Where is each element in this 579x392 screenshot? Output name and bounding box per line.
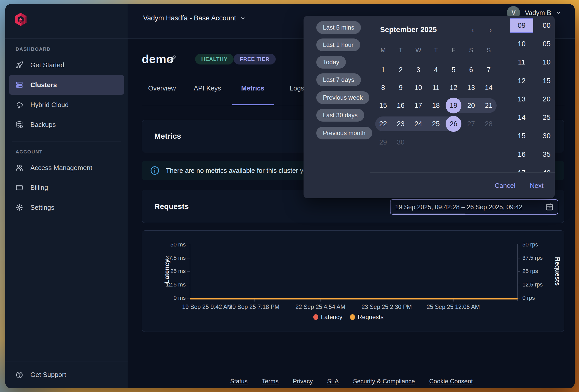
- footer-link-privacy[interactable]: Privacy: [293, 378, 313, 385]
- no-metrics-alert-text: There are no metrics available for this …: [166, 167, 309, 175]
- cancel-button[interactable]: Cancel: [490, 180, 520, 191]
- minute-option-10[interactable]: 10: [534, 56, 559, 69]
- quick-range-last-5-mins[interactable]: Last 5 mins: [316, 21, 361, 34]
- calendar-day[interactable]: 2: [394, 63, 408, 77]
- sidebar-item-billing[interactable]: Billing: [5, 178, 128, 198]
- calendar-day[interactable]: 16: [394, 98, 408, 113]
- sidebar-item-clusters[interactable]: Clusters: [9, 75, 124, 95]
- minute-option-05[interactable]: 05: [534, 37, 559, 50]
- footer-link-sla[interactable]: SLA: [327, 378, 339, 385]
- minute-option-30[interactable]: 30: [534, 129, 559, 142]
- calendar-day[interactable]: 7: [482, 63, 496, 77]
- left-axis-tick: [187, 298, 190, 298]
- sidebar-item-get-support[interactable]: Get Support: [5, 361, 128, 388]
- calendar-day[interactable]: 22: [376, 117, 390, 131]
- sidebar-item-backups[interactable]: Backups: [5, 115, 128, 135]
- requests-series-line: [190, 298, 518, 299]
- hour-option-10[interactable]: 10: [509, 37, 534, 50]
- hour-option-13[interactable]: 13: [509, 93, 534, 106]
- weekday-header: S: [482, 47, 496, 54]
- calendar-day[interactable]: 3: [411, 63, 425, 77]
- popup-divider: [370, 172, 555, 173]
- calendar-day[interactable]: 9: [394, 81, 408, 95]
- hour-option-17[interactable]: 17: [509, 166, 534, 172]
- calendar-day[interactable]: 13: [464, 81, 478, 95]
- quick-range-last-30-days[interactable]: Last 30 days: [316, 109, 364, 122]
- chart-legend: LatencyRequests: [295, 313, 402, 321]
- minute-option-00[interactable]: 00: [534, 19, 559, 32]
- calendar-day[interactable]: 18: [429, 98, 443, 113]
- calendar-day[interactable]: 5: [446, 63, 461, 77]
- tier-badge: FREE TIER: [234, 54, 276, 64]
- hour-option-15[interactable]: 15: [509, 129, 534, 142]
- weekday-header: T: [394, 47, 408, 54]
- x-axis-label: 25 Sep 25 12:06 AM: [427, 304, 480, 310]
- date-range-input[interactable]: 19 Sep 2025, 09:42:28 – 26 Sep 2025, 09:…: [390, 199, 558, 215]
- minute-option-25[interactable]: 25: [534, 111, 559, 124]
- quick-range-previous-week[interactable]: Previous week: [316, 91, 369, 104]
- left-axis-tick-label: 25 ms: [170, 268, 186, 275]
- calendar-day: 28: [482, 117, 496, 131]
- weekday-header: F: [446, 47, 461, 54]
- sidebar-item-hybrid-cloud[interactable]: Hybrid Cloud: [5, 95, 128, 115]
- calendar-day[interactable]: 14: [482, 81, 496, 95]
- calendar-day[interactable]: 8: [376, 81, 390, 95]
- footer-link-security-compliance[interactable]: Security & Compliance: [353, 378, 415, 385]
- hour-option-16[interactable]: 16: [509, 148, 534, 161]
- calendar-month-title: September 2025: [380, 25, 437, 34]
- calendar-day[interactable]: 17: [411, 98, 425, 113]
- quick-range-previous-month[interactable]: Previous month: [316, 127, 372, 139]
- info-icon: [150, 166, 160, 175]
- sidebar-item-get-started[interactable]: Get Started: [5, 55, 128, 75]
- right-axis-tick: [518, 298, 520, 298]
- range-end-day[interactable]: 26: [446, 116, 461, 132]
- calendar-day[interactable]: 20: [464, 98, 478, 113]
- calendar-day[interactable]: 23: [394, 117, 408, 131]
- calendar-day[interactable]: 12: [446, 81, 461, 95]
- quick-range-today[interactable]: Today: [316, 56, 346, 69]
- calendar-day[interactable]: 11: [429, 81, 443, 95]
- minute-option-40[interactable]: 40: [534, 166, 559, 172]
- calendar-day[interactable]: 21: [482, 98, 496, 113]
- quick-range-last-7-days[interactable]: Last 7 days: [316, 73, 361, 86]
- calendar-day[interactable]: 6: [464, 63, 478, 77]
- calendar-day[interactable]: 25: [429, 117, 443, 131]
- calendar-day[interactable]: 24: [411, 117, 425, 131]
- sidebar-section-label: ACCOUNT: [16, 149, 128, 155]
- legend-item-latency: Latency: [313, 313, 342, 321]
- footer-link-status[interactable]: Status: [230, 378, 248, 385]
- minute-option-20[interactable]: 20: [534, 93, 559, 106]
- hour-option-11[interactable]: 11: [509, 56, 534, 69]
- calendar-day[interactable]: 15: [376, 98, 390, 113]
- account-switcher[interactable]: Vadym Hasdfa - Base Account: [143, 14, 246, 22]
- minute-option-15[interactable]: 15: [534, 74, 559, 87]
- minute-option-35[interactable]: 35: [534, 148, 559, 161]
- hour-option-09[interactable]: 09: [510, 18, 533, 33]
- sidebar-item-settings[interactable]: Settings: [5, 198, 128, 217]
- footer-link-cookie-consent[interactable]: Cookie Consent: [429, 378, 473, 385]
- calendar-day[interactable]: 4: [429, 63, 443, 77]
- quick-range-last-1-hour[interactable]: Last 1 hour: [316, 38, 360, 51]
- hour-option-14[interactable]: 14: [509, 111, 534, 124]
- tab-logs[interactable]: Logs: [290, 84, 304, 92]
- left-axis-tick: [187, 271, 190, 272]
- chevron-down-icon: [240, 16, 246, 21]
- calendar-day[interactable]: 10: [411, 81, 425, 95]
- calendar-day: 30: [394, 135, 408, 149]
- tab-metrics[interactable]: Metrics: [241, 84, 264, 92]
- footer-link-terms[interactable]: Terms: [262, 378, 279, 385]
- next-button[interactable]: Next: [524, 180, 549, 191]
- calendar-prev-icon[interactable]: ‹: [468, 25, 478, 35]
- tab-overview[interactable]: Overview: [148, 84, 176, 92]
- minute-column: 000510152025303540: [534, 16, 559, 172]
- date-picker-popup: Last 5 minsLast 1 hourTodayLast 7 daysPr…: [304, 16, 555, 198]
- range-start-day[interactable]: 19: [446, 98, 461, 113]
- right-axis-title: Requests: [554, 255, 561, 288]
- hour-option-12[interactable]: 12: [509, 74, 534, 87]
- calendar-icon[interactable]: [545, 203, 554, 211]
- calendar-next-icon[interactable]: ›: [485, 25, 496, 35]
- edit-pencil-icon[interactable]: [167, 55, 176, 64]
- tab-api-keys[interactable]: API Keys: [194, 84, 221, 92]
- calendar-day[interactable]: 1: [376, 63, 390, 77]
- sidebar-item-access-management[interactable]: Access Management: [5, 158, 128, 178]
